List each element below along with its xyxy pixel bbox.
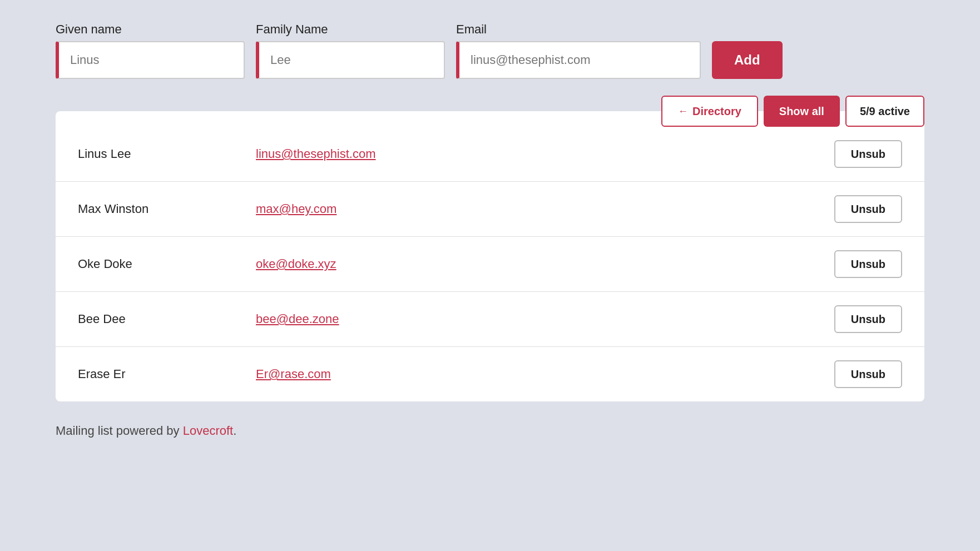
show-all-button[interactable]: Show all	[764, 96, 840, 127]
family-name-input[interactable]	[256, 41, 445, 79]
add-button[interactable]: Add	[712, 41, 783, 79]
subscriber-name: Linus Lee	[78, 147, 256, 161]
add-subscriber-form: Given name Family Name Email Add	[56, 22, 924, 79]
email-label: Email	[456, 22, 701, 37]
family-name-field-group: Family Name	[256, 22, 445, 79]
table-row: Oke Dokeoke@doke.xyzUnsub	[56, 237, 924, 292]
unsub-button[interactable]: Unsub	[834, 305, 902, 333]
given-name-field-group: Given name	[56, 22, 245, 79]
table-row: Erase ErEr@rase.comUnsub	[56, 347, 924, 401]
active-badge: 5/9 active	[845, 96, 924, 127]
directory-button-label: Directory	[692, 105, 741, 118]
controls-row: ← Directory Show all 5/9 active	[56, 96, 924, 127]
subscriber-email[interactable]: linus@thesephist.com	[256, 147, 834, 161]
email-field-group: Email	[456, 22, 701, 79]
unsub-button[interactable]: Unsub	[834, 250, 902, 278]
subscriber-name: Erase Er	[78, 367, 256, 381]
lovecroft-link[interactable]: Lovecroft	[183, 424, 234, 438]
directory-button[interactable]: ← Directory	[661, 96, 758, 127]
footer: Mailing list powered by Lovecroft.	[56, 424, 924, 438]
unsub-button[interactable]: Unsub	[834, 195, 902, 223]
given-name-input[interactable]	[56, 41, 245, 79]
subscriber-email[interactable]: bee@dee.zone	[256, 312, 834, 326]
table-row: Linus Leelinus@thesephist.comUnsub	[56, 127, 924, 182]
unsub-button[interactable]: Unsub	[834, 360, 902, 388]
subscriber-list: Linus Leelinus@thesephist.comUnsubMax Wi…	[56, 111, 924, 401]
email-input[interactable]	[456, 41, 701, 79]
table-row: Max Winstonmax@hey.comUnsub	[56, 182, 924, 237]
given-name-label: Given name	[56, 22, 245, 37]
subscriber-email[interactable]: oke@doke.xyz	[256, 257, 834, 271]
subscriber-name: Oke Doke	[78, 257, 256, 271]
subscriber-email[interactable]: max@hey.com	[256, 202, 834, 216]
subscriber-name: Bee Dee	[78, 312, 256, 326]
subscriber-name: Max Winston	[78, 202, 256, 216]
family-name-label: Family Name	[256, 22, 445, 37]
subscriber-email[interactable]: Er@rase.com	[256, 367, 834, 381]
arrow-left-icon: ←	[678, 106, 688, 117]
footer-text-before: Mailing list powered by	[56, 424, 183, 438]
unsub-button[interactable]: Unsub	[834, 140, 902, 168]
table-row: Bee Deebee@dee.zoneUnsub	[56, 292, 924, 347]
footer-text-after: .	[233, 424, 236, 438]
